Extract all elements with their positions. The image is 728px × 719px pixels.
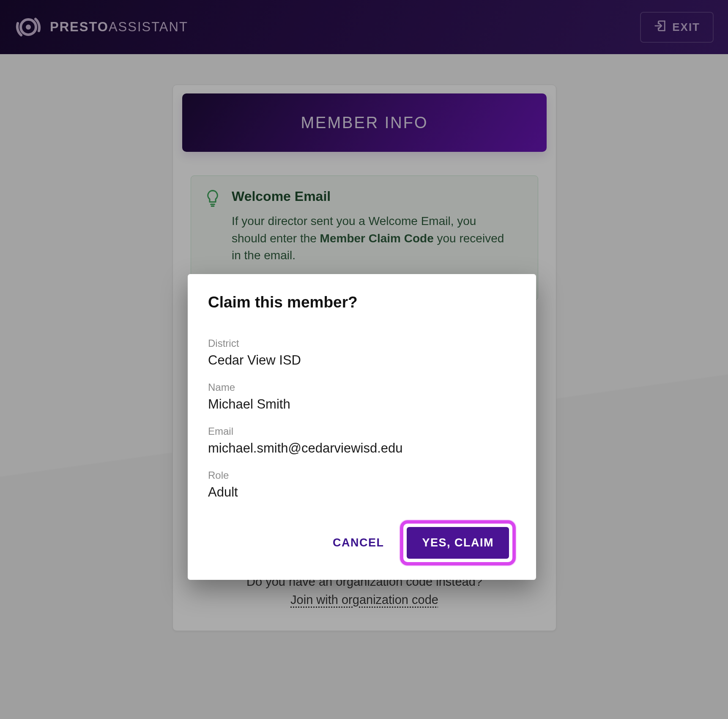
field-district-value: Cedar View ISD	[208, 353, 516, 368]
field-role-value: Adult	[208, 485, 516, 500]
field-name: Name Michael Smith	[208, 381, 516, 412]
field-role-label: Role	[208, 469, 516, 481]
field-email-value: michael.smith@cedarviewisd.edu	[208, 441, 516, 456]
yes-claim-button[interactable]: YES, CLAIM	[407, 527, 509, 559]
field-email: Email michael.smith@cedarviewisd.edu	[208, 425, 516, 456]
field-name-value: Michael Smith	[208, 397, 516, 412]
field-name-label: Name	[208, 381, 516, 393]
field-email-label: Email	[208, 425, 516, 437]
dialog-actions: CANCEL YES, CLAIM	[208, 520, 516, 565]
field-district-label: District	[208, 338, 516, 349]
field-role: Role Adult	[208, 469, 516, 500]
claim-member-dialog: Claim this member? District Cedar View I…	[188, 274, 536, 580]
field-district: District Cedar View ISD	[208, 338, 516, 368]
yes-claim-highlight: YES, CLAIM	[400, 520, 516, 565]
dialog-title: Claim this member?	[208, 294, 516, 311]
cancel-button[interactable]: CANCEL	[329, 532, 388, 554]
